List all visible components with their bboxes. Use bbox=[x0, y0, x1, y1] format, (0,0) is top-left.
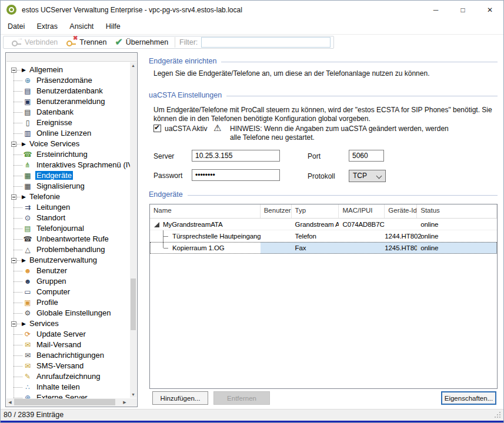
sidebar-item-label: Online Lizenzen bbox=[35, 129, 92, 137]
sidebar-item-benutzer[interactable]: ☻Benutzer bbox=[6, 266, 130, 276]
table-row-kopierraum-1-og[interactable]: Kopierraum 1.OGFax1245.HT802online bbox=[150, 242, 497, 254]
column-header-benutzer[interactable]: Benutzer... bbox=[261, 204, 292, 218]
column-header-name[interactable]: Name bbox=[150, 204, 261, 218]
filter-label: Filter: bbox=[179, 38, 198, 46]
sidebar-item-profile[interactable]: ▣Profile bbox=[6, 297, 130, 308]
collapse-expander-icon[interactable] bbox=[11, 321, 16, 327]
sms-sending-icon: ✉ bbox=[23, 361, 32, 371]
protocol-select[interactable]: TCP bbox=[349, 170, 386, 182]
sidebar-item-ereignisse[interactable]: ▯Ereignisse bbox=[6, 118, 130, 128]
check-icon: ✔ bbox=[115, 38, 122, 47]
sidebar-item-präsenzdomäne[interactable]: ⊕Präsenzdomäne bbox=[6, 75, 130, 86]
sidebar-item-online-lizenzen[interactable]: ▥Online Lizenzen bbox=[6, 128, 130, 139]
cell-status: online bbox=[417, 242, 497, 254]
menu-hilfe[interactable]: Hilfe bbox=[106, 19, 121, 34]
database-icon: ▤ bbox=[23, 107, 32, 118]
filter-input[interactable] bbox=[201, 37, 331, 48]
sidebar-item-benutzeranmeldung[interactable]: ▣Benutzeranmeldung bbox=[6, 96, 130, 107]
sidebar-item-computer[interactable]: ▭Computer bbox=[6, 287, 130, 297]
sidebar-item-telefonjournal[interactable]: ▤Telefonjournal bbox=[6, 223, 130, 234]
sidebar-item-unbeantwortete-rufe[interactable]: ☎Unbeantwortete Rufe bbox=[6, 234, 130, 244]
sidebar-item-benutzerdatenbank[interactable]: ▤Benutzerdatenbank bbox=[6, 86, 130, 96]
sidebar-item-gruppen[interactable]: ☻Gruppen bbox=[6, 276, 130, 287]
content-sharing-icon: ∴ bbox=[23, 382, 32, 392]
column-header-geräte-id[interactable]: Geräte-Id bbox=[385, 204, 417, 218]
sidebar-item-globale-einstellungen[interactable]: ⚙Globale Einstellungen bbox=[6, 308, 130, 318]
sidebar-item-sms-versand[interactable]: ✉SMS-Versand bbox=[6, 361, 130, 371]
disconnect-button[interactable]: ✖ Trennen bbox=[62, 36, 111, 48]
sidebar-item-leitungen[interactable]: ⇉Leitungen bbox=[6, 202, 130, 213]
collapse-expander-icon[interactable] bbox=[11, 258, 16, 263]
tree-group-services[interactable]: ▶Services bbox=[6, 318, 130, 329]
sidebar-item-label: Ersteinrichtung bbox=[35, 150, 89, 159]
minimize-button[interactable]: ─ bbox=[422, 1, 449, 19]
status-bar: 80 / 2839 Einträge bbox=[1, 409, 503, 421]
menu-extras[interactable]: Extras bbox=[37, 19, 58, 34]
group-arrow-icon: ▶ bbox=[22, 139, 26, 149]
column-header-typ[interactable]: Typ bbox=[292, 204, 339, 218]
horizontal-scroll-thumb[interactable] bbox=[14, 399, 115, 405]
devices-icon: ▦ bbox=[23, 170, 32, 181]
scroll-left-icon[interactable]: ◀ bbox=[6, 398, 14, 406]
properties-button[interactable]: Eigenschaften... bbox=[441, 391, 496, 405]
row-expanded-icon[interactable] bbox=[154, 222, 159, 227]
port-input[interactable] bbox=[349, 150, 384, 162]
tree-connector-line bbox=[163, 236, 168, 237]
cell-benutzer bbox=[261, 219, 292, 230]
tree-group-telefonie[interactable]: ▶Telefonie bbox=[6, 192, 130, 202]
menu-ansicht[interactable]: Ansicht bbox=[69, 19, 94, 34]
table-row-türsprechstelle-hautpeingang[interactable]: Türsprechstelle HautpeingangTelefon1244.… bbox=[150, 230, 497, 242]
scroll-down-icon[interactable]: ▼ bbox=[130, 391, 136, 398]
resize-grip[interactable] bbox=[499, 417, 500, 418]
menu-datei[interactable]: Datei bbox=[8, 19, 25, 34]
close-button[interactable]: ✕ bbox=[476, 1, 503, 19]
tree-vertical-scrollbar[interactable]: ▲ ▼ bbox=[130, 62, 136, 398]
maximize-button[interactable]: □ bbox=[449, 1, 476, 19]
mail-sending-icon: ✉ bbox=[23, 340, 32, 350]
key-disconnect-icon: ✖ bbox=[66, 38, 76, 47]
sidebar-item-inhalte-teilen[interactable]: ∴Inhalte teilen bbox=[6, 382, 130, 392]
sidebar-item-label: Computer bbox=[35, 287, 71, 296]
table-row-mygrandstreamata[interactable]: MyGrandstreamATAGrandstream A...C074AD8B… bbox=[150, 219, 497, 230]
port-label: Port bbox=[308, 152, 321, 160]
tree-group-allgemein[interactable]: ▶Allgemein bbox=[6, 65, 130, 75]
sidebar-item-benachrichtigungen[interactable]: ✉Benachrichtigungen bbox=[6, 350, 130, 361]
sidebar-item-datenbank[interactable]: ▤Datenbank bbox=[6, 107, 130, 118]
estos-logo-icon bbox=[6, 5, 16, 15]
column-header-status[interactable]: Status bbox=[417, 204, 497, 218]
vertical-scroll-thumb[interactable] bbox=[131, 278, 136, 330]
sidebar-item-label: Standort bbox=[35, 213, 66, 222]
scroll-right-icon[interactable]: ▶ bbox=[121, 398, 128, 406]
collapse-expander-icon[interactable] bbox=[11, 68, 16, 73]
column-header-mac-ipui[interactable]: MAC/IPUI bbox=[339, 204, 385, 218]
sidebar-item-endgeräte[interactable]: ▦Endgeräte bbox=[6, 170, 130, 181]
sidebar-item-problembehandlung[interactable]: △Problembehandlung bbox=[6, 244, 130, 255]
tree-column-header bbox=[6, 53, 136, 62]
section-title: uaCSTA Einstellungen bbox=[149, 91, 222, 99]
uacsta-hinweis: HINWEIS: Wenn die Angaben zum uaCSTA geä… bbox=[230, 125, 498, 142]
tree-group-voice-services[interactable]: ▶Voice Services bbox=[6, 139, 130, 149]
collapse-expander-icon[interactable] bbox=[11, 142, 16, 147]
section-header-devices: Endgeräte bbox=[149, 190, 498, 199]
device-table-body: MyGrandstreamATAGrandstream A...C074AD8B… bbox=[150, 219, 497, 254]
sidebar-item-mail-versand[interactable]: ✉Mail-Versand bbox=[6, 340, 130, 350]
scroll-up-icon[interactable]: ▲ bbox=[130, 62, 136, 69]
sidebar-item-anrufaufzeichnung[interactable]: ✎Anrufaufzeichnung bbox=[6, 371, 130, 382]
sidebar-item-interaktives-sprachmenü-ivr[interactable]: ⋔Interaktives Sprachmenü (IVR) bbox=[6, 160, 130, 170]
sidebar-item-standort[interactable]: ⊙Standort bbox=[6, 213, 130, 223]
apply-button[interactable]: ✔ Übernehmen bbox=[111, 36, 172, 48]
add-button[interactable]: Hinzufügen... bbox=[152, 391, 208, 405]
tree-group-benutzerverwaltung[interactable]: ▶Benutzerverwaltung bbox=[6, 255, 130, 266]
remove-button: Entfernen bbox=[213, 391, 270, 405]
sidebar-item-signalisierung[interactable]: ▦Signalisierung bbox=[6, 181, 130, 192]
disconnect-label: Trennen bbox=[79, 38, 106, 46]
server-input[interactable] bbox=[192, 150, 280, 162]
password-input[interactable] bbox=[192, 169, 280, 181]
sidebar-item-label: Unbeantwortete Rufe bbox=[35, 234, 110, 243]
collapse-expander-icon[interactable] bbox=[11, 194, 16, 200]
tree-horizontal-scrollbar[interactable]: ◀ ▶ bbox=[6, 398, 136, 406]
sidebar-item-ersteinrichtung[interactable]: ☎Ersteinrichtung bbox=[6, 149, 130, 160]
uacsta-active-checkbox[interactable] bbox=[153, 125, 161, 132]
sidebar-item-update-server[interactable]: ⟳Update Server bbox=[6, 329, 130, 340]
events-icon: ▯ bbox=[23, 118, 32, 128]
